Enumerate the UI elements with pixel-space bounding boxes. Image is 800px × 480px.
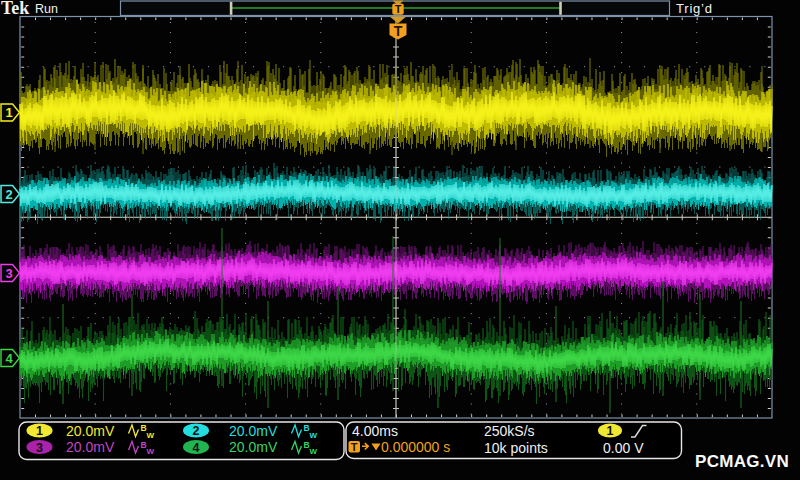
svg-text:T: T (395, 3, 402, 15)
svg-text:0.00 V: 0.00 V (603, 440, 644, 456)
svg-text:T: T (351, 441, 358, 453)
svg-text:Run: Run (35, 2, 58, 16)
svg-text:W: W (147, 431, 155, 440)
svg-text:20.0mV: 20.0mV (66, 423, 115, 439)
svg-text:PCMAG.VN: PCMAG.VN (695, 452, 789, 471)
svg-text:10k points: 10k points (484, 440, 548, 456)
svg-text:2: 2 (193, 424, 200, 438)
svg-text:Trig’d: Trig’d (676, 1, 713, 16)
svg-text:4.00ms: 4.00ms (352, 423, 398, 439)
svg-text:T: T (394, 23, 403, 39)
svg-text:20.0mV: 20.0mV (66, 439, 115, 455)
svg-text:1: 1 (5, 105, 12, 120)
svg-text:4: 4 (193, 441, 200, 455)
svg-text:250kS/s: 250kS/s (484, 423, 535, 439)
svg-text:1: 1 (607, 424, 614, 438)
svg-text:20.0mV: 20.0mV (229, 423, 278, 439)
svg-text:0.000000 s: 0.000000 s (381, 439, 450, 455)
svg-text:3: 3 (36, 441, 43, 455)
svg-text:1: 1 (36, 424, 43, 438)
svg-text:W: W (147, 447, 155, 456)
svg-text:3: 3 (5, 266, 12, 281)
svg-text:W: W (310, 431, 318, 440)
svg-text:2: 2 (5, 187, 12, 202)
svg-text:Tek: Tek (1, 0, 29, 18)
svg-text:20.0mV: 20.0mV (229, 439, 278, 455)
svg-text:4: 4 (5, 351, 13, 366)
svg-text:W: W (310, 447, 318, 456)
